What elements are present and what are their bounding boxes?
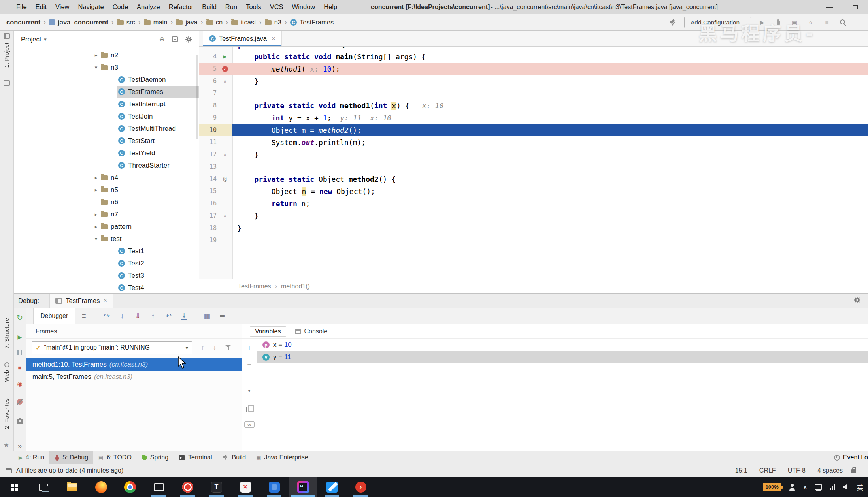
taskbar-chrome[interactable] (115, 477, 144, 497)
previous-frame-icon[interactable]: ↑ (201, 344, 204, 352)
taskbar-task-view[interactable] (29, 477, 58, 497)
frame-row[interactable]: main:5, TestFrames(cn.itcast.n3) (26, 371, 242, 383)
toolwindow-button-debug[interactable]: 5: Debug (49, 451, 93, 464)
tab-testframes-java[interactable]: C TestFrames.java × (203, 31, 282, 46)
menu-window[interactable]: Window (288, 0, 320, 14)
project-scrollbar[interactable] (196, 55, 198, 139)
breadcrumb-item-main[interactable]: main (144, 19, 168, 26)
code-editor[interactable]: public class TestFrames { 4▶ public stat… (199, 47, 868, 279)
tree-item-Test2[interactable]: CTest2 (14, 257, 199, 269)
variable-row[interactable]: vy = 11 (257, 351, 868, 363)
taskbar-intellij-idea[interactable] (289, 477, 317, 497)
caret-position[interactable]: 15:1 (735, 467, 747, 474)
profiler-button[interactable]: ○ (806, 17, 816, 28)
bp-gutter-icon[interactable] (218, 63, 232, 75)
rerun-icon[interactable]: ↻ (14, 313, 26, 322)
stop-button[interactable]: ■ (822, 17, 832, 28)
view-breakpoints-icon[interactable]: ◉ (14, 380, 26, 388)
taskbar-netease[interactable] (346, 477, 375, 497)
tree-item-TestMultiThread[interactable]: CTestMultiThread (14, 122, 199, 135)
menu-edit[interactable]: Edit (31, 0, 51, 14)
chevron-right-icon[interactable]: ▸ (92, 211, 100, 217)
commit-stripe-icon[interactable] (4, 80, 10, 86)
stop-icon[interactable]: ■ (14, 363, 26, 372)
tab-console[interactable]: Console (295, 328, 328, 335)
more-icon[interactable]: » (14, 442, 26, 450)
add-configuration-button[interactable]: Add Configuration... (684, 17, 751, 28)
taskbar-recorder[interactable] (173, 477, 202, 497)
copy-icon[interactable] (246, 407, 251, 412)
chevron-right-icon[interactable]: ▸ (92, 175, 100, 181)
event-log-button[interactable]: Event Lo (834, 451, 868, 464)
display-icon[interactable] (815, 484, 822, 490)
tree-item-n6[interactable]: n6 (14, 196, 199, 208)
menu-file[interactable]: File (12, 0, 31, 14)
tab-debugger[interactable]: Debugger (33, 308, 75, 324)
debug-settings[interactable] (853, 296, 861, 304)
menu-vcs[interactable]: VCS (266, 0, 288, 14)
chevron-down-icon[interactable]: ▾ (92, 64, 100, 70)
stripe-structure-label[interactable]: 7: Structure (3, 318, 10, 349)
menu-view[interactable]: View (51, 0, 74, 14)
tree-item-TestFrames[interactable]: CTestFrames (14, 86, 199, 98)
taskbar-screen-frame[interactable] (144, 477, 173, 497)
remove-icon[interactable]: − (242, 361, 257, 369)
taskbar-typora[interactable] (202, 477, 231, 497)
project-stripe-icon[interactable] (4, 33, 10, 39)
taskbar-red-x[interactable] (231, 477, 260, 497)
chevron-right-icon[interactable]: ▸ (92, 187, 100, 193)
people-icon[interactable] (789, 484, 796, 491)
taskbar-vscode[interactable] (317, 477, 346, 497)
collapse-all-icon[interactable] (172, 36, 178, 42)
step-out-icon[interactable]: ↑ (146, 311, 160, 322)
restore-icon[interactable] (853, 5, 858, 9)
tree-item-Test3[interactable]: CTest3 (14, 269, 199, 282)
star-icon[interactable]: ★ (4, 442, 9, 449)
tree-item-test[interactable]: ▾test (14, 233, 199, 245)
mute-breakpoints-icon[interactable] (14, 397, 26, 406)
tree-item-TestYield[interactable]: CTestYield (14, 147, 199, 159)
toolwindow-button-build[interactable]: Build (217, 451, 251, 464)
chevron-right-icon[interactable]: ▸ (92, 224, 100, 230)
taskbar-file-explorer[interactable] (58, 477, 87, 497)
toolwindow-button-java-enterprise[interactable]: ▦Java Enterprise (251, 451, 313, 464)
tree-item-n2[interactable]: ▸n2 (14, 49, 199, 61)
ime-indicator[interactable]: 英 (857, 482, 863, 492)
force-step-into-icon[interactable]: ⇓ (131, 311, 144, 322)
line-separator[interactable]: CRLF (759, 467, 776, 474)
evaluate-expression-icon[interactable]: ▦ (200, 311, 213, 322)
chevron-down-icon[interactable]: ▾ (92, 236, 100, 242)
toolwindow-button-spring[interactable]: Spring (137, 451, 174, 464)
pause-icon[interactable] (14, 348, 26, 357)
tree-item-n4[interactable]: ▸n4 (14, 171, 199, 184)
breadcrumb-item-TestFrames[interactable]: CTestFrames (290, 19, 334, 26)
breadcrumb-item-concurrent[interactable]: concurrent (6, 19, 40, 26)
tab-variables[interactable]: Variables (250, 326, 286, 337)
tree-item-ThreadStarter[interactable]: CThreadStarter (14, 159, 199, 171)
search-everywhere-button[interactable] (838, 17, 848, 28)
layout-settings-icon[interactable]: ≡ (77, 311, 91, 322)
frame-row[interactable]: method1:10, TestFrames(cn.itcast.n3) (26, 358, 242, 371)
chevron-down-icon[interactable]: ▾ (182, 345, 188, 351)
menu-build[interactable]: Build (198, 0, 221, 14)
breadcrumb-item-n3[interactable]: n3 (265, 19, 281, 26)
run-gutter-icon[interactable]: ▶ (218, 51, 232, 63)
tree-item-n5[interactable]: ▸n5 (14, 184, 199, 196)
project-tree[interactable]: ▸n2▾n3CTestDaemonCTestFramesCTestInterru… (14, 49, 199, 293)
menu-help[interactable]: Help (319, 0, 342, 14)
menu-run[interactable]: Run (221, 0, 242, 14)
close-icon[interactable]: × (272, 35, 275, 43)
build-hammer-icon[interactable] (668, 17, 678, 28)
editor-breadcrumb-0[interactable]: TestFrames (238, 283, 271, 290)
tree-item-TestJoin[interactable]: CTestJoin (14, 110, 199, 122)
minimize-icon[interactable] (826, 7, 833, 8)
menu-tools[interactable]: Tools (242, 0, 266, 14)
tree-item-Test4[interactable]: CTest4 (14, 282, 199, 293)
breadcrumb-item-itcast[interactable]: itcast (231, 19, 256, 26)
volume-icon[interactable] (843, 484, 849, 490)
tree-item-Test1[interactable]: CTest1 (14, 245, 199, 257)
thread-dropdown[interactable]: ✓ "main"@1 in group "main": RUNNING ▾ (32, 341, 192, 354)
debug-session-tab[interactable]: TestFrames × (49, 294, 113, 308)
resume-icon[interactable]: ▶ (14, 333, 26, 341)
menu-code[interactable]: Code (108, 0, 132, 14)
